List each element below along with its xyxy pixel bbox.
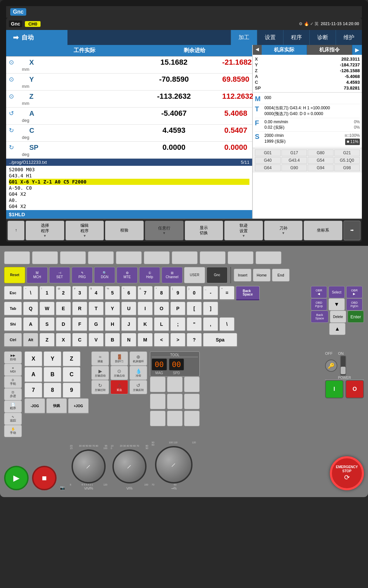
- machine-cycle-btn[interactable]: ⊕ 机床循环: [129, 351, 147, 366]
- blank-fn-1[interactable]: [4, 251, 30, 264]
- reset-key[interactable]: Reset: [4, 267, 25, 283]
- axis-a-key[interactable]: A: [25, 367, 42, 383]
- key-m[interactable]: M: [138, 333, 153, 347]
- blank-fn-6[interactable]: [144, 251, 170, 264]
- feed-rate-knob[interactable]: [72, 449, 106, 483]
- end-key[interactable]: End: [272, 269, 290, 282]
- mch-key[interactable]: M MCH: [27, 267, 48, 283]
- toolbar-tool-btn[interactable]: 刀补 ▼: [264, 221, 303, 240]
- key-z[interactable]: Z: [40, 333, 55, 347]
- key-plus[interactable]: +=: [219, 286, 234, 300]
- key-6[interactable]: ^6: [121, 286, 136, 300]
- key-v[interactable]: V: [89, 333, 104, 347]
- mte-key[interactable]: ⚙ MTE: [117, 267, 138, 283]
- toolbar-coord-btn[interactable]: 坐标系: [304, 221, 342, 240]
- blank-fn-4[interactable]: [88, 251, 114, 264]
- grid-btn-8[interactable]: [167, 411, 183, 426]
- spindle-fwd-btn[interactable]: ↻ 主轴过转: [91, 380, 109, 394]
- left-arrow-btn[interactable]: ◀: [253, 45, 262, 55]
- blank-fn-5[interactable]: [116, 251, 142, 264]
- key-backspace[interactable]: BackSpace: [236, 286, 260, 300]
- key-lt[interactable]: <: [154, 333, 169, 347]
- key-3[interactable]: #3: [72, 286, 87, 300]
- key-j[interactable]: J: [121, 317, 136, 332]
- grid-btn-1[interactable]: [150, 377, 166, 392]
- key-ctrl[interactable]: Ctrl: [4, 333, 22, 347]
- key-c[interactable]: C: [72, 333, 87, 347]
- power-on-btn[interactable]: I: [325, 380, 343, 398]
- toolbar-anyline-btn[interactable]: 任意行 ▼: [145, 221, 184, 240]
- tab-maintenance[interactable]: 维护: [336, 30, 362, 45]
- neg-jog-key[interactable]: -JOG: [25, 398, 45, 414]
- axis-z-key[interactable]: Z: [63, 351, 80, 367]
- grid-btn-6[interactable]: [184, 394, 200, 409]
- mode-trace-btn[interactable]: ∿ 追踪: [4, 413, 22, 425]
- key-bracket-l[interactable]: [: [187, 302, 202, 316]
- pos-jog-key[interactable]: +JOG: [68, 398, 89, 414]
- key-backslash[interactable]: \: [219, 317, 234, 332]
- user-key[interactable]: USER: [184, 267, 205, 283]
- key-gt[interactable]: >: [170, 333, 185, 347]
- rapid-override-knob[interactable]: [155, 446, 193, 483]
- key-h[interactable]: H: [105, 317, 120, 332]
- key-tilde[interactable]: ~\: [23, 286, 38, 300]
- prg-key[interactable]: ↰ PRG: [72, 267, 93, 283]
- delete-right-key[interactable]: Delete: [330, 311, 346, 323]
- key-r[interactable]: R: [72, 302, 87, 316]
- grid-btn-2[interactable]: [167, 377, 183, 392]
- key-o[interactable]: O: [154, 302, 169, 316]
- key-t[interactable]: T: [89, 302, 104, 316]
- start-button[interactable]: ▶: [4, 466, 29, 490]
- key-comma[interactable]: ,: [203, 317, 218, 332]
- gnc-key[interactable]: Gnc: [206, 267, 228, 283]
- grid-btn-5[interactable]: [167, 394, 183, 409]
- pgdn-key[interactable]: OBDPgDn: [346, 298, 363, 311]
- tab-diagnostics[interactable]: 诊断: [309, 30, 336, 45]
- backspace-right-key[interactable]: BackSpace: [311, 311, 328, 323]
- prog-line-2[interactable]: G01 X-6 Y-1 Z-1 A0 C5 F2000: [9, 179, 249, 185]
- key-g[interactable]: G: [89, 317, 104, 332]
- key-9[interactable]: (9: [170, 286, 185, 300]
- grid-btn-9[interactable]: [184, 411, 200, 426]
- blank-fn-9[interactable]: [228, 251, 254, 264]
- mode-step-btn[interactable]: ⊡ 步进: [4, 388, 22, 400]
- grid-btn-3[interactable]: [184, 377, 200, 392]
- key-1[interactable]: !1: [40, 286, 55, 300]
- key-f[interactable]: F: [72, 317, 87, 332]
- emergency-btn[interactable]: ⚠ 紧急: [110, 380, 128, 394]
- key-7[interactable]: &7: [138, 286, 153, 300]
- key-slash[interactable]: ?: [187, 333, 202, 347]
- axis-y-key[interactable]: Y: [44, 351, 61, 367]
- key-shift[interactable]: Shi: [4, 317, 22, 332]
- coolant-btn[interactable]: 💧 冷却: [129, 366, 147, 380]
- channel-key[interactable]: ⊞ Channel: [162, 267, 183, 283]
- grid-btn-7[interactable]: [150, 411, 166, 426]
- fast-jog-key[interactable]: 快跳: [46, 398, 67, 414]
- power-off-btn[interactable]: O: [346, 380, 364, 398]
- mode-mdi-btn[interactable]: ≡ MDI: [4, 364, 22, 376]
- numpad-7[interactable]: 7: [25, 383, 42, 398]
- tab-machine-actual[interactable]: 机床实际: [262, 45, 307, 55]
- emergency-stop-btn[interactable]: EMERGENCYSTOP ⟳: [330, 456, 364, 490]
- mode-handwheel-btn[interactable]: ⊙ 手轮: [4, 376, 22, 388]
- toolbar-edit-btn[interactable]: 编辑 程序 ▼: [65, 221, 104, 240]
- key-tab[interactable]: Tab: [4, 302, 22, 316]
- numpad-8[interactable]: 8: [44, 383, 61, 398]
- spindle-rev-btn[interactable]: ↺ 主轴反转: [129, 380, 147, 394]
- blank-fn-8[interactable]: [200, 251, 226, 264]
- help-key[interactable]: ① Help: [139, 267, 160, 283]
- axis-c-key[interactable]: C: [63, 367, 80, 383]
- toolbar-display-btn[interactable]: 显示 切换: [185, 221, 224, 240]
- key-esc[interactable]: Esc: [4, 286, 22, 300]
- mode-auto-btn[interactable]: ▶▶ 自动: [4, 351, 22, 364]
- toolbar-select-btn[interactable]: 选择 程序 ▼: [26, 221, 64, 240]
- insert-key[interactable]: Insert: [234, 269, 251, 282]
- toolbar-trace-btn[interactable]: 轨迹 设置 ▼: [224, 221, 263, 240]
- up-arrow-key[interactable]: ▲: [329, 323, 346, 335]
- key-bracket-r[interactable]: ]: [203, 302, 218, 316]
- stop-button[interactable]: ■: [32, 466, 57, 490]
- tab-settings[interactable]: 设置: [257, 30, 283, 45]
- spindle-jog-btn[interactable]: ⊙ 主轴点动: [110, 366, 128, 380]
- spindle-start-btn[interactable]: ▶ 主轴启动: [91, 366, 109, 380]
- down-arrow-key[interactable]: ▼: [328, 298, 345, 311]
